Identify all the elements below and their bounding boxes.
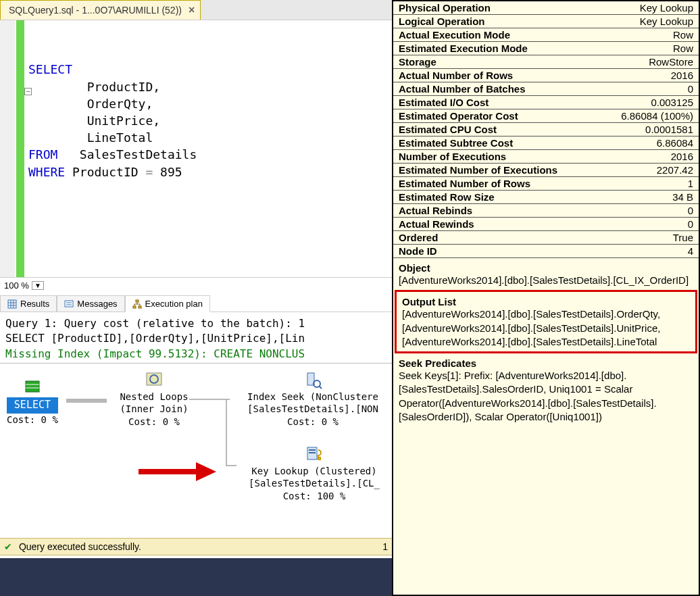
plan-node-select[interactable]: SELECT Cost: 0 % — [7, 377, 58, 426]
zoom-dropdown-icon[interactable]: ▼ — [32, 281, 44, 290]
tooltip-row-label: Actual Execution Mode — [399, 29, 510, 41]
tooltip-row: Actual Execution ModeRow — [393, 28, 699, 42]
plan-lookup-sub: [SalesTestDetails].[CL_ — [236, 477, 392, 489]
key-lookup-icon — [305, 445, 324, 464]
nested-loops-icon — [145, 370, 164, 389]
footer-strip — [0, 558, 392, 596]
tooltip-row-label: Estimated Number of Executions — [399, 164, 557, 176]
tooltip-row-value: 2207.42 — [657, 164, 693, 176]
plan-icon — [132, 299, 142, 309]
tooltip-row: Logical OperationKey Lookup — [393, 15, 699, 28]
svg-rect-5 — [65, 301, 73, 307]
tooltip-row-value: RowStore — [649, 56, 693, 68]
tooltip-row: Actual Number of Batches0 — [393, 82, 699, 96]
index-seek-icon — [303, 370, 322, 389]
plan-seek-title: Index Seek (NonClustere — [235, 391, 391, 403]
plan-missing-index: Missing Index (Impact 99.5132): CREATE N… — [5, 347, 386, 362]
svg-rect-10 — [139, 306, 141, 308]
plan-nested-cost: Cost: 0 % — [107, 416, 201, 428]
tooltip-row-value: 0.0001581 — [645, 124, 693, 135]
tooltip-row: Estimated CPU Cost0.0001581 — [393, 123, 699, 136]
tooltip-row-value: 4 — [688, 245, 693, 257]
tooltip-row: Estimated Execution ModeRow — [393, 42, 699, 55]
tab-execution-plan[interactable]: Execution plan — [125, 295, 210, 312]
tooltip-output-body: [AdventureWorks2014].[dbo].[SalesTestDet… — [402, 307, 690, 349]
plan-node-key-lookup[interactable]: Key Lookup (Clustered) [SalesTestDetails… — [236, 445, 392, 502]
plan-line2: SELECT [ProductID],[OrderQty],[UnitPrice… — [5, 331, 386, 346]
svg-rect-24 — [309, 449, 316, 451]
tooltip-row-value: 2016 — [671, 151, 693, 162]
tooltip-row-value: Key Lookup — [640, 2, 693, 14]
status-extra: 1 — [382, 541, 388, 552]
tooltip-row-label: Actual Number of Rows — [399, 70, 513, 81]
plan-node-nested-loops[interactable]: Nested Loops (Inner Join) Cost: 0 % — [107, 370, 201, 428]
annotation-arrow-icon — [135, 458, 216, 485]
tooltip-row-value: 0.003125 — [651, 97, 693, 108]
tooltip-row-value: 0 — [688, 83, 693, 95]
tooltip-row: Actual Rebinds0 — [393, 204, 699, 218]
tooltip-row-value: 6.86084 — [657, 137, 693, 149]
svg-marker-27 — [196, 462, 216, 481]
tooltip-object-body: [AdventureWorks2014].[dbo].[SalesTestDet… — [399, 274, 693, 287]
tooltip-row-label: Number of Executions — [399, 151, 506, 162]
message-icon — [64, 299, 74, 309]
tooltip-row-value: 2016 — [671, 70, 693, 81]
tooltip-row-label: Estimated Operator Cost — [399, 110, 518, 122]
tab-messages[interactable]: Messages — [57, 295, 124, 312]
tooltip-row: Estimated I/O Cost0.003125 — [393, 96, 699, 109]
tooltip-row: Estimated Row Size34 B — [393, 191, 699, 204]
plan-select-label: SELECT — [7, 397, 58, 414]
svg-rect-25 — [309, 452, 316, 453]
tooltip-row-label: Estimated Number of Rows — [399, 178, 530, 189]
tooltip-row-value: 0 — [688, 218, 693, 230]
tooltip-row-label: Logical Operation — [399, 16, 485, 27]
tab-plan-label: Execution plan — [145, 299, 203, 309]
tooltip-row-value: Key Lookup — [640, 16, 693, 27]
plan-summary: Query 1: Query cost (relative to the bat… — [0, 312, 392, 364]
tooltip-row: Estimated Operator Cost6.86084 (100%) — [393, 109, 699, 123]
tooltip-object-hdr: Object — [399, 262, 693, 274]
zoom-bar: 100 % ▼ — [0, 277, 392, 293]
grid-icon — [7, 299, 17, 309]
sql-editor[interactable]: − SELECT ProductID, OrderQty, UnitPrice,… — [0, 20, 392, 277]
zoom-value: 100 % — [4, 280, 29, 291]
tooltip-row-label: Storage — [399, 56, 436, 68]
tooltip-row: Actual Number of Rows2016 — [393, 69, 699, 82]
tooltip-row: OrderedTrue — [393, 231, 699, 245]
tooltip-row: Estimated Subtree Cost6.86084 — [393, 136, 699, 150]
plan-seek-cost: Cost: 0 % — [235, 416, 391, 428]
file-tab[interactable]: SQLQuery1.sql - 1...0O7\ARUMILLI (52)) × — [0, 0, 201, 20]
tooltip-row-label: Actual Number of Batches — [399, 83, 526, 95]
tooltip-seek-body: Seek Keys[1]: Prefix: [AdventureWorks201… — [399, 369, 693, 424]
tooltip-row-label: Actual Rebinds — [399, 205, 472, 216]
tooltip-row-label: Ordered — [399, 232, 438, 243]
tooltip-output-hdr: Output List — [402, 296, 690, 307]
tooltip-row-label: Physical Operation — [399, 2, 491, 14]
tooltip-output-list: Output List [AdventureWorks2014].[dbo].[… — [395, 290, 697, 353]
tooltip-row: Physical OperationKey Lookup — [393, 1, 699, 15]
file-tab-bar: SQLQuery1.sql - 1...0O7\ARUMILLI (52)) × — [0, 0, 392, 20]
plan-line1: Query 1: Query cost (relative to the bat… — [5, 316, 386, 331]
tooltip-row-label: Estimated I/O Cost — [399, 97, 489, 108]
tooltip-row-value: Row — [673, 43, 693, 54]
file-tab-title: SQLQuery1.sql - 1...0O7\ARUMILLI (52)) — [9, 5, 182, 16]
svg-rect-9 — [133, 306, 136, 308]
tooltip-row: StorageRowStore — [393, 55, 699, 69]
tooltip-row: Estimated Number of Executions2207.42 — [393, 164, 699, 177]
plan-node-index-seek[interactable]: Index Seek (NonClustere [SalesTestDetail… — [235, 370, 391, 428]
plan-select-cost: Cost: 0 % — [7, 414, 58, 426]
result-tabs: Results Messages Execution plan — [0, 293, 392, 312]
tooltip-row-value: 34 B — [672, 191, 693, 203]
close-icon[interactable]: × — [189, 4, 195, 16]
plan-canvas[interactable]: SELECT Cost: 0 % Nested Loops (Inner Joi… — [0, 364, 392, 532]
svg-rect-15 — [26, 381, 39, 392]
connector — [66, 399, 107, 403]
tooltip-row-label: Actual Rewinds — [399, 218, 474, 230]
tab-messages-label: Messages — [77, 299, 117, 309]
tooltip-row-label: Estimated CPU Cost — [399, 124, 497, 135]
connector — [226, 465, 236, 466]
collapse-icon[interactable]: − — [24, 88, 32, 95]
tab-results[interactable]: Results — [0, 295, 57, 312]
tooltip-row-value: Row — [673, 29, 693, 41]
tab-results-label: Results — [20, 299, 49, 309]
